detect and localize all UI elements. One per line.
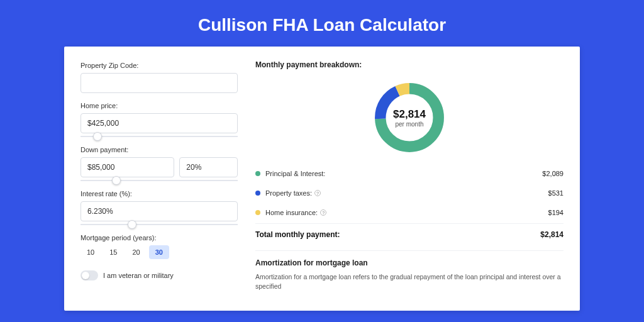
legend-label: Property taxes: ? bbox=[265, 189, 548, 197]
legend-list: Principal & Interest:$2,089Property taxe… bbox=[255, 164, 564, 222]
home-price-slider[interactable] bbox=[80, 132, 238, 141]
period-option-20[interactable]: 20 bbox=[126, 245, 147, 259]
zip-label: Property Zip Code: bbox=[80, 62, 238, 69]
amortization-text: Amortization for a mortgage loan refers … bbox=[255, 272, 564, 291]
donut-chart: $2,814 per month bbox=[255, 75, 564, 164]
veteran-label: I am veteran or military bbox=[103, 272, 174, 279]
home-price-input[interactable] bbox=[80, 113, 238, 133]
down-payment-label: Down payment: bbox=[80, 146, 238, 153]
legend-row: Principal & Interest:$2,089 bbox=[255, 164, 564, 183]
total-row: Total monthly payment: $2,814 bbox=[255, 223, 564, 248]
zip-input[interactable] bbox=[80, 73, 238, 93]
period-option-10[interactable]: 10 bbox=[80, 245, 101, 259]
down-payment-slider[interactable] bbox=[80, 176, 238, 185]
interest-input[interactable] bbox=[80, 201, 238, 221]
legend-value: $2,089 bbox=[542, 170, 564, 177]
interest-slider-thumb[interactable] bbox=[128, 220, 136, 229]
breakdown-column: Monthly payment breakdown: $2,814 per mo… bbox=[238, 60, 564, 297]
legend-value: $531 bbox=[548, 189, 564, 197]
interest-label: Interest rate (%): bbox=[80, 190, 238, 197]
legend-row: Home insurance: ?$194 bbox=[255, 203, 564, 222]
info-icon[interactable]: ? bbox=[320, 209, 326, 216]
calculator-card: Property Zip Code: Home price: Down paym… bbox=[64, 47, 580, 311]
legend-dot bbox=[255, 191, 260, 196]
total-label: Total monthly payment: bbox=[255, 230, 540, 239]
legend-label: Home insurance: ? bbox=[265, 209, 548, 216]
down-payment-slider-thumb[interactable] bbox=[112, 176, 121, 185]
donut-sub: per month bbox=[395, 121, 423, 128]
page-title: Cullison FHA Loan Calculator bbox=[0, 0, 644, 47]
interest-slider[interactable] bbox=[80, 220, 238, 229]
legend-dot bbox=[255, 171, 260, 176]
info-icon[interactable]: ? bbox=[314, 190, 321, 196]
legend-row: Property taxes: ?$531 bbox=[255, 183, 564, 203]
donut-amount: $2,814 bbox=[393, 108, 426, 121]
down-payment-input[interactable] bbox=[80, 157, 174, 177]
period-option-30[interactable]: 30 bbox=[149, 245, 169, 259]
legend-label: Principal & Interest: bbox=[265, 170, 542, 177]
breakdown-title: Monthly payment breakdown: bbox=[255, 60, 564, 69]
legend-dot bbox=[255, 210, 260, 215]
home-price-label: Home price: bbox=[80, 102, 238, 109]
period-option-15[interactable]: 15 bbox=[103, 245, 123, 259]
amortization-title: Amortization for mortgage loan bbox=[255, 250, 564, 267]
veteran-toggle[interactable] bbox=[80, 270, 98, 280]
period-options: 10152030 bbox=[80, 245, 238, 259]
home-price-slider-thumb[interactable] bbox=[93, 132, 102, 141]
period-label: Mortgage period (years): bbox=[80, 234, 238, 242]
legend-value: $194 bbox=[548, 209, 564, 216]
down-payment-pct-input[interactable] bbox=[179, 157, 238, 177]
inputs-column: Property Zip Code: Home price: Down paym… bbox=[80, 60, 238, 297]
total-value: $2,814 bbox=[540, 230, 564, 239]
